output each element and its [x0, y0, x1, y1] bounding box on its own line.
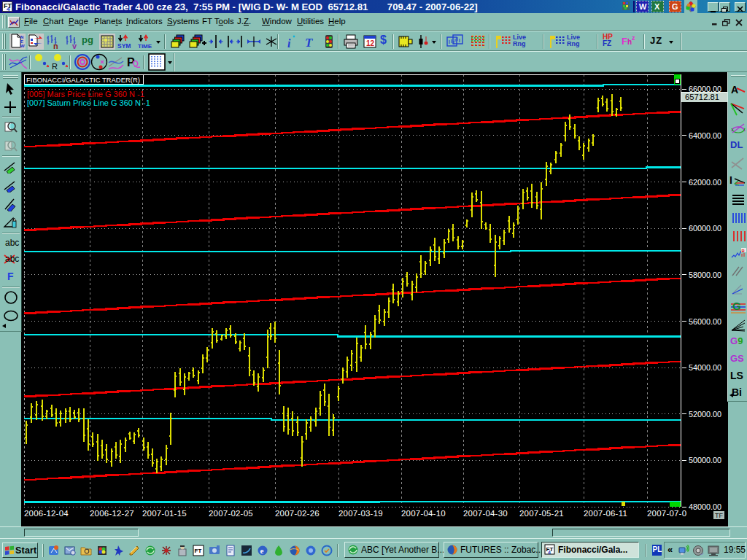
svg-text:50000.00: 50000.00 [689, 456, 721, 464]
svg-text:B: B [742, 249, 746, 253]
svg-text:2007-01-15: 2007-01-15 [142, 509, 187, 518]
svg-text:2007-02-26: 2007-02-26 [275, 509, 320, 518]
svg-text:R: R [52, 62, 58, 71]
svg-text:v: v [72, 42, 77, 50]
svg-text:FIBONACCI/GALACTIC TRADER(R): FIBONACCI/GALACTIC TRADER(R) [26, 76, 140, 84]
svg-text:52000.00: 52000.00 [689, 410, 721, 419]
svg-text:2006-12-04: 2006-12-04 [24, 509, 69, 518]
svg-text:48000.00: 48000.00 [689, 502, 721, 511]
svg-text:2007-07-0: 2007-07-0 [647, 509, 686, 518]
svg-text:62000.00: 62000.00 [689, 178, 721, 187]
svg-text:2007-06-11: 2007-06-11 [584, 509, 627, 518]
svg-text:60000.00: 60000.00 [689, 224, 721, 233]
svg-text:[007] Saturn Price Line G 360: [007] Saturn Price Line G 360 N -1 [27, 98, 150, 107]
svg-text:FT: FT [195, 548, 202, 554]
svg-text:12: 12 [366, 39, 375, 47]
svg-text:TIME: TIME [138, 43, 152, 50]
svg-text:T: T [305, 36, 313, 50]
svg-text:SYM: SYM [117, 42, 131, 50]
svg-text:P: P [127, 56, 135, 69]
svg-text:[005] Mars Price Line G 360 N: [005] Mars Price Line G 360 N -1 [27, 90, 144, 98]
svg-text:2007-04-10: 2007-04-10 [401, 509, 446, 518]
svg-text:W: W [20, 44, 25, 48]
svg-text:54000.00: 54000.00 [689, 363, 721, 372]
svg-text:n: n [53, 42, 58, 50]
svg-text:58000.00: 58000.00 [689, 271, 721, 279]
svg-text:65712.81: 65712.81 [685, 93, 719, 101]
svg-text:e: e [260, 546, 264, 555]
svg-text:2007-04-30: 2007-04-30 [463, 509, 508, 518]
svg-text:2007-02-05: 2007-02-05 [209, 509, 253, 518]
svg-text:64000.00: 64000.00 [689, 131, 721, 140]
svg-text:56000.00: 56000.00 [689, 317, 721, 326]
svg-text:2007-05-21: 2007-05-21 [519, 509, 564, 518]
svg-text:2007-03-19: 2007-03-19 [338, 509, 383, 518]
svg-text:2006-12-27: 2006-12-27 [90, 509, 134, 518]
svg-text:4: 4 [548, 550, 551, 555]
svg-text:TF: TF [715, 512, 723, 519]
svg-text:i: i [287, 37, 291, 50]
